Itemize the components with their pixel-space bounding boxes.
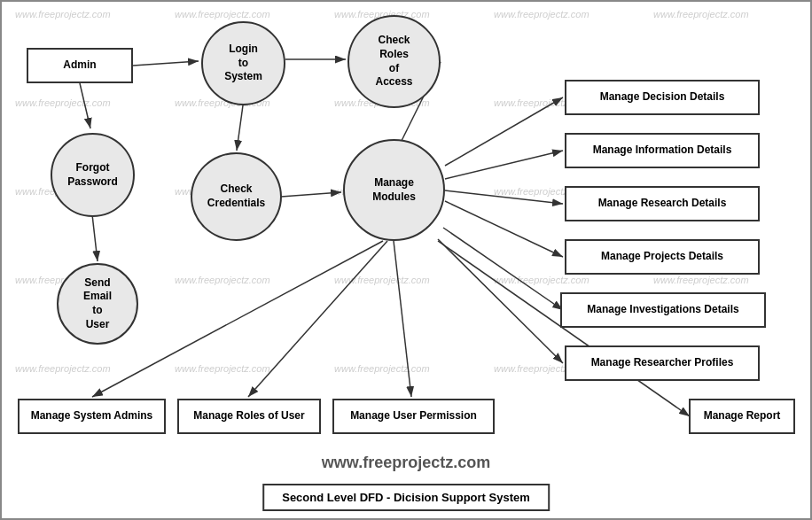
svg-line-4 bbox=[80, 83, 90, 128]
login-node: LogintoSystem bbox=[201, 21, 285, 105]
watermark: www.freeprojectz.com bbox=[494, 9, 589, 19]
svg-line-7 bbox=[281, 192, 341, 197]
diagram-container: www.freeprojectz.com www.freeprojectz.co… bbox=[0, 0, 812, 520]
watermark: www.freeprojectz.com bbox=[175, 363, 270, 374]
manage-research-node: Manage Research Details bbox=[565, 186, 760, 221]
watermark: www.freeprojectz.com bbox=[15, 9, 111, 19]
manage-admins-node: Manage System Admins bbox=[18, 399, 166, 434]
svg-line-15 bbox=[92, 241, 383, 397]
send-email-node: SendEmailtoUser bbox=[57, 263, 138, 345]
svg-line-17 bbox=[394, 241, 411, 397]
svg-line-5 bbox=[92, 214, 98, 261]
manage-info-node: Manage Information Details bbox=[565, 133, 760, 168]
watermark: www.freeprojectz.com bbox=[653, 275, 749, 285]
check-credentials-node: CheckCredentials bbox=[191, 152, 282, 241]
svg-line-16 bbox=[248, 241, 387, 397]
manage-permission-node: Manage User Permission bbox=[332, 399, 495, 434]
manage-investigations-node: Manage Investigations Details bbox=[560, 292, 766, 328]
footer-title: Second Level DFD - Dicision Support Syst… bbox=[262, 484, 550, 511]
footer-watermark: www.freeprojectz.com bbox=[2, 454, 810, 472]
watermark: www.freeprojectz.com bbox=[653, 9, 749, 19]
svg-line-12 bbox=[443, 228, 563, 310]
svg-line-3 bbox=[237, 105, 243, 151]
watermark: www.freeprojectz.com bbox=[175, 9, 270, 19]
manage-modules-node: ManageModules bbox=[343, 139, 445, 241]
svg-line-9 bbox=[445, 151, 563, 179]
svg-line-13 bbox=[438, 239, 563, 363]
watermark: www.freeprojectz.com bbox=[15, 97, 111, 108]
svg-line-10 bbox=[445, 190, 563, 204]
watermark: www.freeprojectz.com bbox=[175, 275, 270, 285]
svg-line-11 bbox=[445, 201, 563, 257]
manage-report-node: Manage Report bbox=[689, 399, 795, 434]
manage-roles-node: Manage Roles of User bbox=[177, 399, 321, 434]
manage-decision-node: Manage Decision Details bbox=[565, 80, 760, 115]
admin-node: Admin bbox=[27, 48, 133, 83]
manage-researcher-node: Manage Researcher Profiles bbox=[565, 345, 760, 381]
forgot-password-node: ForgotPassword bbox=[51, 133, 135, 217]
check-roles-node: CheckRolesofAccess bbox=[347, 15, 441, 108]
svg-line-1 bbox=[133, 61, 199, 66]
watermark: www.freeprojectz.com bbox=[334, 363, 430, 374]
watermark: www.freeprojectz.com bbox=[494, 275, 589, 285]
manage-projects-node: Manage Projects Details bbox=[565, 239, 760, 275]
watermark: www.freeprojectz.com bbox=[334, 275, 430, 285]
svg-line-8 bbox=[445, 97, 563, 166]
watermark: www.freeprojectz.com bbox=[15, 363, 111, 374]
